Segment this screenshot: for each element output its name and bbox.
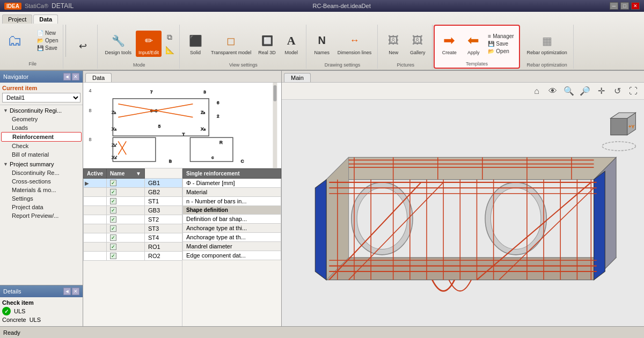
undo-icon: ↩ (74, 38, 91, 55)
transparent-model-button[interactable]: ◻ Transparent model (208, 31, 254, 57)
active-checkbox[interactable]: ✓ (110, 216, 116, 223)
tree-item-bill-of-material[interactable]: Bill of material (1, 150, 82, 159)
details-pin-button[interactable]: ◄ (63, 288, 71, 295)
tree-group-project-header[interactable]: ▼ Project summary (1, 160, 82, 168)
active-checkbox[interactable]: ✓ (110, 180, 116, 186)
ribbon-group-rebar: ▦ Rebar optimization Rebar optimization (521, 25, 574, 69)
model-button[interactable]: A Model (280, 31, 303, 57)
eye-view-button[interactable]: 👁 (546, 85, 559, 98)
svg-text:B: B (169, 159, 172, 164)
details-panel: Details ◄ ✕ Check item ✓ ULS Concrete UL… (0, 285, 83, 326)
open-icon: 📂 (37, 38, 43, 43)
tree-item-project-data[interactable]: Project data (1, 203, 82, 211)
prop-cell: Material (183, 188, 281, 197)
details-title: Details (3, 288, 21, 295)
design-tools-button[interactable]: 🔧 Design tools (102, 31, 134, 57)
ribbon-group-file: 🗂 📄 New 📂 Open 💾 Save (2, 25, 63, 69)
rebar-group-label: Rebar optimization (527, 62, 567, 68)
svg-point-40 (491, 188, 540, 249)
cell-name: RO2 (145, 252, 182, 261)
tree-item-materials[interactable]: Materials & mo... (1, 186, 82, 194)
tree-item-cross-sections[interactable]: Cross-sections (1, 177, 82, 186)
apply-template-button[interactable]: ⬅ Apply (462, 31, 485, 57)
rebar-icon: ▦ (538, 32, 555, 49)
data-tab-data[interactable]: Data (85, 73, 112, 82)
save-button[interactable]: 💾 Save (35, 45, 60, 52)
undo-button[interactable]: ↩ (71, 36, 94, 56)
data-diagram: 4 8 8 7 3 Z₁ X₁ Z₂ X₂ θ=9 (83, 83, 281, 168)
tree-group-discontinuity-header[interactable]: ▼ Discontinuity Regi... (1, 106, 82, 115)
ribbon-tab-data[interactable]: Data (33, 14, 58, 24)
tree-item-report[interactable]: Report Preview/... (1, 211, 82, 220)
prop-cell: Φ - Diameter [mm] (183, 179, 281, 188)
solid-label: Solid (190, 50, 201, 55)
active-checkbox[interactable]: ✓ (110, 198, 116, 204)
template-save-label: Save (496, 41, 508, 47)
current-item-section: Current item Detail1 (0, 83, 83, 105)
active-checkbox[interactable]: ✓ (110, 225, 116, 232)
model-label: Model (285, 50, 298, 55)
pictures-new-button[interactable]: 🖼 New (382, 31, 405, 57)
rotate-button[interactable]: 📐 (163, 45, 176, 55)
navigator-close-button[interactable]: ✕ (72, 73, 79, 80)
tree-item-discontinuity-re[interactable]: Discontinuity Re... (1, 168, 82, 177)
names-icon: N (313, 32, 331, 49)
names-button[interactable]: N Names (311, 31, 333, 57)
zoom-extents-button[interactable]: 🔍 (562, 85, 575, 98)
ribbon-tab-project[interactable]: Project (2, 14, 32, 24)
app-name: StatiCa® (25, 3, 48, 9)
template-open-button[interactable]: 📂 Open (486, 48, 515, 55)
view-panel: Main ⌂ 👁 🔍 🔎 ✛ ↺ ⛶ (282, 71, 644, 326)
uls-status-badge: ✓ (2, 307, 11, 315)
current-item-select[interactable]: Detail1 (2, 93, 80, 102)
rebar-optimization-button[interactable]: ▦ Rebar optimization (524, 31, 570, 57)
ribbon-group-pictures: 🖼 New 🖼 Gallery Pictures (379, 25, 433, 69)
template-manager-button[interactable]: ≡ Manager (486, 33, 515, 40)
tree-item-loads[interactable]: Loads (1, 123, 82, 132)
home-view-button[interactable]: ⌂ (530, 85, 543, 98)
tree-item-check[interactable]: Check (1, 142, 82, 150)
cell-name: RO1 (145, 243, 182, 252)
new-button[interactable]: 📄 New (35, 30, 60, 36)
tree-item-settings[interactable]: Settings (1, 194, 82, 203)
real3d-button[interactable]: 🔲 Real 3D (255, 31, 279, 57)
fullscreen-button[interactable]: ⛶ (627, 85, 640, 98)
chevron-down-icon-2: ▼ (3, 161, 8, 167)
window-controls[interactable]: ─ □ ✕ (610, 2, 640, 10)
ribbon-group-view: ⬛ Solid ◻ Transparent model 🔲 Real 3D A … (181, 25, 306, 69)
active-checkbox[interactable]: ✓ (110, 244, 116, 250)
active-checkbox[interactable]: ✓ (110, 234, 116, 241)
create-template-button[interactable]: ➡ Create (438, 31, 460, 57)
mode-extra-buttons: ⧉ 📐 (163, 32, 176, 55)
maximize-button[interactable]: □ (620, 2, 629, 10)
undo-buttons: ↩ (71, 26, 94, 67)
filter-icon[interactable]: ▼ (136, 171, 141, 177)
active-checkbox[interactable]: ✓ (110, 253, 116, 259)
real3d-icon: 🔲 (259, 32, 276, 49)
minimize-button[interactable]: ─ (610, 2, 618, 10)
status-bar: Ready (0, 326, 644, 338)
view-tab-main[interactable]: Main (284, 73, 311, 82)
view-canvas[interactable]: +Y (282, 100, 644, 326)
active-checkbox[interactable]: ✓ (110, 189, 116, 195)
svg-text:X₂: X₂ (201, 127, 205, 131)
pan-button[interactable]: ✛ (595, 85, 608, 98)
row-arrow: ▶ (85, 180, 89, 186)
active-checkbox[interactable]: ✓ (110, 207, 116, 214)
navigator-pin-button[interactable]: ◄ (63, 73, 71, 80)
template-save-button[interactable]: 💾 Save (486, 40, 515, 47)
apply-label: Apply (467, 50, 480, 55)
tree-item-geometry[interactable]: Geometry (1, 115, 82, 123)
rotate-view-button[interactable]: ↺ (611, 85, 624, 98)
gallery-button[interactable]: 🖼 Gallery (406, 31, 429, 57)
zoom-button[interactable]: 🔎 (579, 85, 591, 98)
dimension-lines-button[interactable]: ↔ Dimension lines (335, 31, 375, 57)
copy-button[interactable]: ⧉ (163, 32, 176, 43)
solid-button[interactable]: ⬛ Solid (184, 31, 207, 57)
tree-item-reinforcement[interactable]: Reinforcement (1, 132, 82, 142)
svg-text:4: 4 (89, 88, 92, 93)
open-button[interactable]: 📂 Open (35, 37, 60, 44)
close-button[interactable]: ✕ (631, 2, 640, 10)
input-edit-button[interactable]: ✏ Input/Edit (136, 31, 162, 57)
details-close-button[interactable]: ✕ (72, 288, 79, 295)
